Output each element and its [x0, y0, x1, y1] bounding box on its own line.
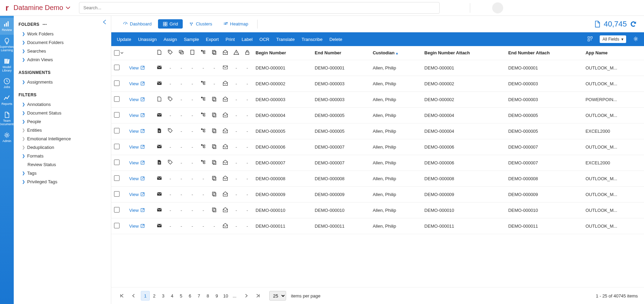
- tab-clusters[interactable]: Clusters: [184, 19, 217, 29]
- project-selector[interactable]: Datamine Demo: [13, 4, 71, 12]
- filter-formats[interactable]: ❯Formats: [19, 152, 106, 160]
- table-row[interactable]: View - - - - - - - DEMO-000011 DEMO-0000…: [111, 218, 644, 234]
- locate-button[interactable]: [448, 4, 451, 12]
- page-size-select[interactable]: 25: [269, 291, 286, 301]
- pager-page-6[interactable]: 6: [185, 291, 194, 301]
- action-ocr[interactable]: OCR: [259, 37, 269, 42]
- col-end-attach[interactable]: End Number Attach: [506, 46, 583, 60]
- pager-page-7[interactable]: 7: [194, 291, 203, 301]
- pager-page-9[interactable]: 9: [212, 291, 221, 301]
- action-transcribe[interactable]: Transcribe: [302, 37, 323, 42]
- refresh-icon[interactable]: [630, 20, 637, 28]
- collapse-panel-button[interactable]: [102, 19, 108, 26]
- action-update[interactable]: Update: [117, 37, 131, 42]
- pager-page-4[interactable]: 4: [168, 291, 177, 301]
- nav-review[interactable]: Review: [0, 18, 14, 35]
- table-row[interactable]: View - - - - - - DEMO-000010 DEMO-000010…: [111, 202, 644, 218]
- action-print[interactable]: Print: [226, 37, 235, 42]
- pager-page-5[interactable]: 5: [177, 291, 185, 301]
- filter-document-status[interactable]: ❯Document Status: [19, 109, 106, 117]
- table-row[interactable]: View - - - - DEMO-000007 DEMO-000007 All…: [111, 155, 644, 171]
- filter-deduplication[interactable]: ❯Deduplication: [19, 143, 106, 152]
- table-row[interactable]: View - - - - - - DEMO-000002 DEMO-000003…: [111, 76, 644, 91]
- table-row[interactable]: View - - - - - - - DEMO-000001 DEMO-0000…: [111, 60, 644, 76]
- select-all-checkbox[interactable]: [114, 50, 120, 56]
- panel-item-searches[interactable]: ❯Searches: [19, 47, 106, 55]
- row-checkbox[interactable]: [114, 80, 120, 86]
- view-link[interactable]: View: [129, 144, 151, 150]
- view-link[interactable]: View: [129, 113, 151, 118]
- row-checkbox[interactable]: [114, 112, 120, 118]
- view-link[interactable]: View: [129, 97, 151, 102]
- nav-reports[interactable]: Reports: [0, 92, 14, 109]
- filter-entities[interactable]: ❯Entities: [19, 126, 106, 134]
- view-link[interactable]: View: [129, 176, 151, 181]
- action-translate[interactable]: Translate: [276, 37, 295, 42]
- nav-admin[interactable]: Admin: [0, 129, 14, 146]
- filter-annotations[interactable]: ❯Annotations: [19, 100, 106, 109]
- table-row[interactable]: View - - - - - - DEMO-000009 DEMO-000009…: [111, 186, 644, 202]
- filter-tags[interactable]: ❯Tags: [19, 169, 106, 177]
- pager-page-3[interactable]: 3: [159, 291, 168, 301]
- tab-heatmap[interactable]: Heatmap: [218, 19, 253, 29]
- col-app-name[interactable]: App Name: [583, 46, 644, 60]
- row-checkbox[interactable]: [114, 96, 120, 102]
- action-label[interactable]: Label: [242, 37, 253, 42]
- pager-page-...[interactable]: ...: [230, 291, 239, 301]
- pager-page-8[interactable]: 8: [203, 291, 212, 301]
- row-checkbox[interactable]: [114, 160, 120, 165]
- view-link[interactable]: View: [129, 65, 151, 70]
- row-checkbox[interactable]: [114, 65, 120, 70]
- more-button[interactable]: [462, 4, 464, 12]
- row-checkbox[interactable]: [114, 175, 120, 181]
- nav-jobs[interactable]: Jobs: [0, 75, 14, 92]
- layout-button[interactable]: [587, 36, 593, 43]
- action-sample[interactable]: Sample: [184, 37, 199, 42]
- col-begin-attach[interactable]: Begin Number Attach: [422, 46, 506, 60]
- pager-page-2[interactable]: 2: [150, 291, 159, 301]
- row-checkbox[interactable]: [114, 144, 120, 149]
- panel-item-document-folders[interactable]: ❯Document Folders: [19, 38, 106, 47]
- view-link[interactable]: View: [129, 160, 151, 165]
- filter-people[interactable]: ❯People: [19, 117, 106, 126]
- filter-review-status[interactable]: Review Status: [19, 160, 106, 169]
- table-row[interactable]: View - - - - - DEMO-000004 DEMO-000005 A…: [111, 107, 644, 123]
- nav-model-library[interactable]: Model Library: [0, 55, 14, 75]
- table-row[interactable]: View - - - - DEMO-000005 DEMO-000005 All…: [111, 123, 644, 139]
- view-link[interactable]: View: [129, 208, 151, 213]
- pager-last[interactable]: [253, 291, 262, 301]
- more-icon[interactable]: [42, 22, 47, 27]
- chevron-down-icon[interactable]: [120, 51, 124, 55]
- action-assign[interactable]: Assign: [163, 37, 177, 42]
- nav-team-documents[interactable]: Team Documents: [0, 109, 14, 129]
- pager-page-1[interactable]: 1: [141, 291, 150, 301]
- pager-page-10[interactable]: 10: [221, 291, 230, 301]
- col-custodian[interactable]: Custodian▲: [370, 46, 421, 60]
- panel-item-work-folders[interactable]: ❯Work Folders: [19, 30, 106, 38]
- view-link[interactable]: View: [129, 81, 151, 86]
- user-avatar[interactable]: [492, 2, 503, 13]
- filter-privileged-tags[interactable]: ❯Privileged Tags: [19, 177, 106, 186]
- pager-prev[interactable]: [129, 291, 138, 301]
- table-row[interactable]: View - - - - - DEMO-000006 DEMO-000007 A…: [111, 139, 644, 155]
- col-end-number[interactable]: End Number: [312, 46, 370, 60]
- save-button[interactable]: [455, 4, 457, 12]
- table-row[interactable]: View - - - - - - DEMO-000008 DEMO-000008…: [111, 171, 644, 186]
- field-selector[interactable]: All Fields ▾: [600, 35, 626, 43]
- search-input[interactable]: [79, 2, 440, 14]
- settings-button[interactable]: [633, 36, 639, 43]
- panel-item-assignments[interactable]: ❯Assignments: [19, 78, 106, 86]
- view-link[interactable]: View: [129, 129, 151, 134]
- table-row[interactable]: View - - - - DEMO-000003 DEMO-000003 All…: [111, 91, 644, 107]
- action-unassign[interactable]: Unassign: [138, 37, 157, 42]
- nav-supervised-learning[interactable]: Supervised Learning: [0, 35, 14, 55]
- col-begin-number[interactable]: Begin Number: [253, 46, 312, 60]
- view-link[interactable]: View: [129, 192, 151, 197]
- row-checkbox[interactable]: [114, 191, 120, 197]
- app-logo[interactable]: r: [5, 3, 9, 13]
- view-link[interactable]: View: [129, 224, 151, 229]
- pager-first[interactable]: [117, 291, 126, 301]
- panel-item-admin-views[interactable]: ❯Admin Views: [19, 55, 106, 64]
- row-checkbox[interactable]: [114, 223, 120, 228]
- action-delete[interactable]: Delete: [329, 37, 342, 42]
